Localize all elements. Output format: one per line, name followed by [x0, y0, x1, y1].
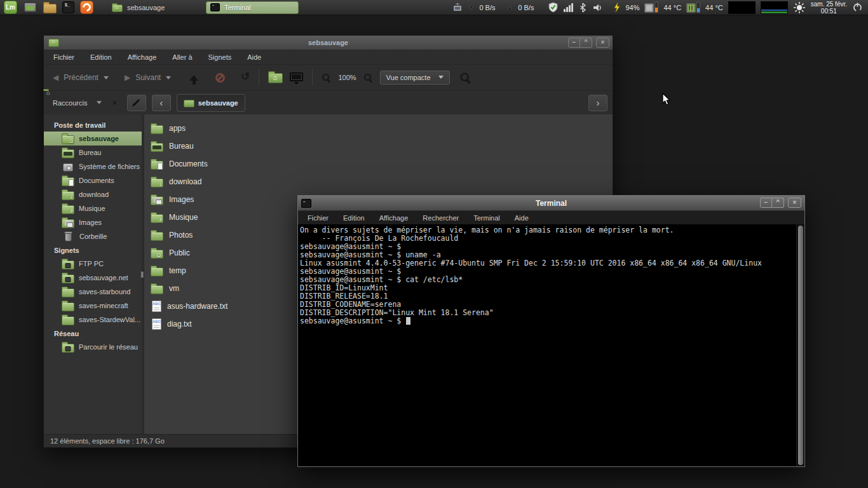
- fm-menu-aller-à[interactable]: Aller à: [172, 53, 192, 61]
- sidebar-item-système-de-fichiers[interactable]: Système de fichiers: [44, 159, 142, 173]
- power-icon[interactable]: [852, 2, 863, 13]
- back-button[interactable]: ◀ Précédent: [53, 73, 109, 82]
- stop-button[interactable]: [215, 73, 225, 83]
- fm-menu-signets[interactable]: Signets: [208, 53, 232, 61]
- breadcrumb[interactable]: sebsauvage: [177, 94, 245, 112]
- close-button[interactable]: ×: [596, 37, 609, 48]
- zoom-out-button[interactable]: [322, 73, 331, 83]
- bluetooth-icon[interactable]: [578, 3, 587, 13]
- sidebar-item-label: Corbeille: [79, 233, 107, 240]
- back-history-caret-icon[interactable]: [104, 76, 109, 82]
- sidebar-item-saves-minecraft[interactable]: saves-minecraft: [44, 299, 142, 313]
- network-icon[interactable]: [452, 3, 463, 13]
- terminal-line: sebsauvage@asusmint ~ $: [300, 317, 796, 325]
- home-button[interactable]: [268, 73, 283, 83]
- sidebar-item-saves-starbound[interactable]: saves-starbound: [44, 285, 142, 299]
- view-mode-select[interactable]: Vue compacte: [380, 71, 450, 85]
- mint-menu-launcher-icon[interactable]: [4, 1, 17, 14]
- search-button[interactable]: [459, 72, 471, 84]
- sidebar-item-sebsauvage[interactable]: ⌂sebsauvage: [44, 132, 142, 146]
- zoom-level: 100%: [338, 74, 356, 81]
- scroll-right-button[interactable]: ›: [588, 95, 607, 111]
- scroll-left-button[interactable]: ‹: [152, 95, 171, 111]
- sidebar-item-musique[interactable]: ♪Musique: [44, 201, 142, 215]
- terminal-titlebar[interactable]: Terminal − ^ ×: [298, 196, 804, 211]
- terminal-menu-affichage[interactable]: Affichage: [379, 214, 409, 222]
- computer-button[interactable]: [290, 72, 303, 81]
- terminal-scrollbar[interactable]: [796, 224, 804, 466]
- gpu-chip-icon[interactable]: [686, 2, 700, 13]
- fm-menu-aide[interactable]: Aide: [247, 53, 261, 61]
- sidebar-item-bureau[interactable]: Bureau: [44, 146, 142, 159]
- network-graph[interactable]: [761, 1, 788, 14]
- file-item-download[interactable]: ↓download: [151, 173, 613, 191]
- battery-charging-icon[interactable]: [613, 2, 620, 13]
- file-item-bureau[interactable]: Bureau: [151, 137, 613, 155]
- forward-history-caret-icon[interactable]: [166, 76, 171, 82]
- maximize-button[interactable]: ^: [772, 198, 784, 208]
- sidebar-item-images[interactable]: Images: [44, 215, 142, 229]
- sidebar-item-sebsauvage-net[interactable]: sebsauvage.net: [44, 271, 142, 285]
- volume-icon[interactable]: [592, 3, 602, 13]
- net-down-speed[interactable]: 0 B/s: [479, 4, 495, 11]
- file-manager-titlebar[interactable]: sebsauvage − ^ ×: [44, 36, 613, 50]
- close-sidebar-icon[interactable]: ×: [111, 97, 117, 109]
- brightness-icon[interactable]: [793, 1, 806, 14]
- gpu-temp[interactable]: 44 °C: [705, 4, 723, 11]
- sidebar-item-parcourir-le-réseau[interactable]: Parcourir le réseau: [44, 340, 142, 354]
- taskbar-window-terminal[interactable]: Terminal: [206, 1, 299, 14]
- window-button-label: Terminal: [224, 4, 251, 11]
- panel-window-list: sebsauvageTerminal: [108, 1, 299, 14]
- files-launcher-icon[interactable]: [43, 4, 57, 13]
- scrollbar-thumb[interactable]: [798, 226, 803, 465]
- maximize-button[interactable]: ^: [580, 37, 592, 48]
- chevron-down-icon: [438, 76, 444, 81]
- file-item-apps[interactable]: apps: [151, 119, 613, 137]
- net-up-speed[interactable]: 0 B/s: [518, 4, 534, 11]
- sidebar-item-label: Musique: [79, 205, 105, 212]
- cpu-graph[interactable]: [728, 1, 756, 14]
- panel-launchers: [4, 1, 93, 14]
- sidebar-mode-select[interactable]: Raccourcis: [53, 99, 87, 107]
- terminal-menu-fichier[interactable]: Fichier: [308, 214, 329, 222]
- terminal-output[interactable]: On a divers sujets de mépriser la vie, m…: [298, 224, 796, 466]
- terminal-menu-rechercher[interactable]: Rechercher: [423, 214, 459, 222]
- sidebar-resize-handle[interactable]: ●●●: [142, 114, 144, 434]
- fm-menu-affichage[interactable]: Affichage: [128, 53, 157, 61]
- terminal-menu-aide[interactable]: Aide: [515, 214, 529, 222]
- minimize-button[interactable]: −: [568, 37, 580, 48]
- clock[interactable]: sam. 25 févr. 00:51: [811, 1, 847, 15]
- forward-button[interactable]: ▶ Suivant: [125, 73, 171, 82]
- sidebar-item-saves-stardewval[interactable]: saves-StardewVal...: [44, 313, 142, 327]
- sidebar-item-corbeille[interactable]: Corbeille: [44, 229, 142, 243]
- show-desktop-launcher-icon[interactable]: [24, 3, 36, 12]
- zoom-in-button[interactable]: [363, 73, 373, 83]
- signal-strength-icon[interactable]: [564, 3, 573, 12]
- sidebar-item-documents[interactable]: Documents: [44, 173, 142, 187]
- minimize-button[interactable]: −: [760, 198, 772, 208]
- terminal-menu-edition[interactable]: Edition: [343, 214, 365, 222]
- fm-menu-edition[interactable]: Edition: [90, 53, 112, 61]
- text-file-icon: ABC: [152, 318, 161, 330]
- terminal-launcher-icon[interactable]: [62, 1, 74, 13]
- images-folder-icon: [151, 196, 163, 205]
- update-shield-icon[interactable]: [548, 2, 559, 13]
- sidebar-item-ftp-pc[interactable]: FTP PC: [44, 257, 142, 271]
- battery-percent[interactable]: 94%: [625, 4, 639, 11]
- chevron-down-icon[interactable]: [97, 101, 102, 107]
- close-button[interactable]: ×: [788, 198, 801, 208]
- firefox-launcher-icon[interactable]: [80, 1, 93, 14]
- sidebar-section-poste-de-travail: Poste de travail: [44, 118, 142, 132]
- cpu-temp[interactable]: 44 °C: [663, 4, 681, 11]
- refresh-button[interactable]: ↺: [241, 71, 250, 82]
- fm-menu-fichier[interactable]: Fichier: [53, 53, 74, 61]
- terminal-menu-terminal[interactable]: Terminal: [473, 214, 500, 222]
- download-folder-icon: ↓: [62, 191, 74, 200]
- file-item-documents[interactable]: Documents: [151, 155, 613, 173]
- sidebar-item-label: saves-StardewVal...: [79, 316, 140, 323]
- sidebar-item-download[interactable]: ↓download: [44, 187, 142, 201]
- edit-location-button[interactable]: [127, 95, 146, 111]
- taskbar-window-sebsauvage[interactable]: sebsauvage: [108, 1, 201, 14]
- cpu-chip-icon[interactable]: [644, 2, 658, 13]
- up-button[interactable]: [189, 71, 198, 81]
